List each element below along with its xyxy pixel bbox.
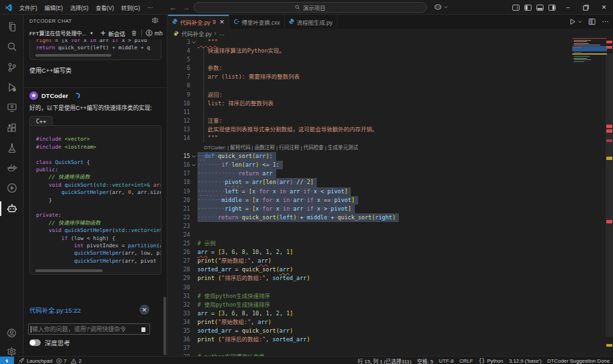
status-item[interactable]: CRLF (460, 358, 473, 364)
stop-generation-button[interactable] (141, 327, 146, 332)
code-line-24[interactable]: 24 (168, 231, 613, 239)
menu-item[interactable]: 转到(G) (118, 2, 143, 13)
menu-item[interactable]: 选择(S) (67, 2, 91, 13)
sidebar-scrollbar[interactable] (163, 297, 166, 355)
chat-account[interactable]: mh (145, 29, 163, 37)
activity-search-icon[interactable] (0, 37, 23, 57)
fold-chevron-icon[interactable] (191, 154, 196, 159)
activity-extensions-icon[interactable] (0, 118, 23, 138)
code-reference-link[interactable]: 代码补全.py:15:22 (29, 305, 81, 315)
code-line-4[interactable]: 4 快速排序算法的Python实现。 (168, 47, 613, 55)
status-item[interactable]: 3.12.9 ('base') (509, 358, 542, 364)
run-button[interactable] (569, 18, 576, 25)
tab-傅里叶变换.cxx[interactable]: 傅里叶变换.cxx (229, 15, 285, 29)
menu-item[interactable]: ··· (144, 3, 156, 12)
code-line-25[interactable]: 25# 示例 (168, 239, 613, 248)
code-line-6[interactable]: 6 参数: (168, 64, 613, 73)
remote-indicator[interactable] (0, 357, 14, 364)
code-line-9[interactable]: 9 返回: (168, 91, 613, 99)
activity-account-icon[interactable] (0, 323, 23, 343)
code-line-20[interactable]: 20·······middle·=·[x·for·x·in·arr·if·x·=… (168, 196, 613, 205)
code-line-34[interactable]: 34print("原始数组:", arr) (168, 318, 613, 327)
code-line-11[interactable]: 11 (168, 108, 613, 117)
problems-button[interactable]: 7 2 (56, 358, 82, 364)
scrollbar-slider[interactable] (606, 53, 613, 337)
activity-run-debug-icon[interactable] (0, 77, 23, 97)
menu-item[interactable]: 查看(V) (92, 2, 117, 13)
run-dropdown-icon[interactable] (578, 19, 582, 24)
command-center-search[interactable]: 演示项目 (193, 2, 427, 13)
activity-code-runner-icon[interactable] (0, 178, 23, 198)
tab-流程图生成.py[interactable]: 流程图生成.py (285, 15, 338, 29)
code-line-36[interactable]: 36print ("排序后的数组:", sorted_arr) (168, 335, 613, 344)
chat-input[interactable]: 输入你的问题，或用'/'调用快捷命令 (28, 323, 150, 335)
horizontal-scrollbar[interactable] (35, 269, 103, 272)
code-line-32[interactable]: 32# 使用python生成快速排序 (168, 301, 613, 309)
status-item[interactable]: {}Python (479, 358, 504, 364)
code-line-13[interactable]: 13 此实现使用列表推导式来分割数组，这可能会导致额外的内存开销。 (168, 125, 613, 134)
code-line-33[interactable]: 33arr = [3, 6, 8, 10, 1, 2, 1] (168, 309, 613, 318)
code-line-19[interactable]: 19········left·=·[x·for·x·in·arr·if·x·<·… (168, 187, 613, 196)
code-line-15[interactable]: 15··def·quick_sort(arr): (168, 152, 613, 161)
code-line-17[interactable]: 17············return·arr (168, 169, 613, 178)
split-editor-icon[interactable] (588, 18, 596, 25)
activity-explorer-icon[interactable] (0, 17, 23, 37)
menu-item[interactable]: 编辑(E) (41, 2, 66, 13)
overview-ruler[interactable] (606, 15, 613, 356)
code-line-18[interactable]: 18········pivot·=·arr[len(arr)·//·2] (168, 178, 613, 187)
breadcrumb[interactable]: 代码补全.py › … (168, 29, 613, 38)
activity-remote-explorer-icon[interactable] (0, 97, 23, 117)
code-line-7[interactable]: 7 arr (list): 需要排序的整数列表 (168, 73, 613, 81)
code-line-3[interactable]: 3 """ (168, 38, 613, 47)
activity-docker-icon[interactable] (0, 158, 23, 178)
status-item[interactable]: UTF-8 (439, 358, 454, 364)
delete-session-icon[interactable] (131, 29, 137, 37)
launchpad-button[interactable]: Launchpad (18, 357, 53, 364)
status-item[interactable]: 空格: 5 (417, 357, 433, 364)
status-item[interactable]: DTCoder Suggestion Done (547, 358, 610, 364)
code-line-29[interactable]: 29print ("排序后的数组:", sorted_arr) (168, 274, 613, 283)
chat-settings-gear-icon[interactable] (151, 17, 159, 24)
new-session-button[interactable]: 新会话 (100, 29, 125, 37)
session-dropdown-icon[interactable]: ▼ (89, 31, 93, 35)
code-line-14[interactable]: 14 """ (168, 134, 613, 143)
activity-testing-icon[interactable] (0, 138, 23, 158)
code-editor[interactable]: 3 """4 快速排序算法的Python实现。56 参数:7 arr (list… (168, 38, 613, 356)
restore-button[interactable] (577, 0, 595, 15)
nav-back-button[interactable]: ← (169, 3, 177, 11)
toggle-panel-icon[interactable] (536, 4, 544, 11)
menu-item[interactable]: 文件(F) (16, 2, 41, 13)
minimize-button[interactable]: – (559, 0, 577, 15)
code-line-37[interactable]: 37 (168, 344, 613, 353)
code-line-10[interactable]: 10 list: 排序后的整数列表 (168, 99, 613, 108)
toggle-secondary-sidebar-icon[interactable] (548, 4, 556, 11)
toggle-sidebar-icon[interactable] (524, 4, 532, 11)
deep-think-toggle[interactable] (29, 339, 41, 346)
code-line-23[interactable]: 23 (168, 222, 613, 231)
code-line-12[interactable]: 12 注意: (168, 117, 613, 125)
code-language-tab[interactable]: C++ (29, 116, 53, 125)
status-item[interactable]: 行 15, 列 1 (已选择311) (358, 357, 411, 364)
customize-layout-icon[interactable] (512, 4, 520, 11)
fold-chevron-icon[interactable] (191, 163, 196, 167)
code-line-30[interactable]: 30 (168, 283, 613, 292)
code-line-31[interactable]: 31# 使用python生成快速排序 (168, 292, 613, 301)
session-selector[interactable]: FFT算法在信号处理中... (29, 29, 86, 37)
copilot-button[interactable] (434, 3, 448, 11)
code-line-27[interactable]: 27print("原始数组:", arr) (168, 257, 613, 265)
code-line-5[interactable]: 5 (168, 55, 613, 64)
code-line-28[interactable]: 28sorted_arr = quick_sort(arr) (168, 265, 613, 274)
close-window-button[interactable]: ✕ (595, 0, 613, 15)
minimap[interactable] (572, 38, 607, 81)
remove-reference-button[interactable]: ✕ (139, 305, 149, 315)
activity-dtcoder-icon[interactable] (0, 199, 23, 219)
code-line-21[interactable]: 21········right·=·[x·for·x·in·arr·if·x·>… (168, 205, 613, 213)
code-line-26[interactable]: 26arr = [3, 6, 8, 10, 1, 2, 1] (168, 248, 613, 257)
code-line-8[interactable]: 8 (168, 81, 613, 90)
tab-代码补全.py[interactable]: 代码补全.py9✕ (168, 15, 229, 29)
code-line-35[interactable]: 35sorted_arr = quick_sort(arr) (168, 327, 613, 335)
horizontal-scrollbar[interactable] (35, 54, 111, 57)
code-line-16[interactable]: 16·······if·len(arr)·<=·1: (168, 161, 613, 169)
close-tab-icon[interactable]: ✕ (219, 19, 225, 25)
codelens-actions[interactable]: DTCoder: | 解释代码 | 函数注释 | 行间注释 | 代码检查 | 生… (168, 143, 613, 152)
